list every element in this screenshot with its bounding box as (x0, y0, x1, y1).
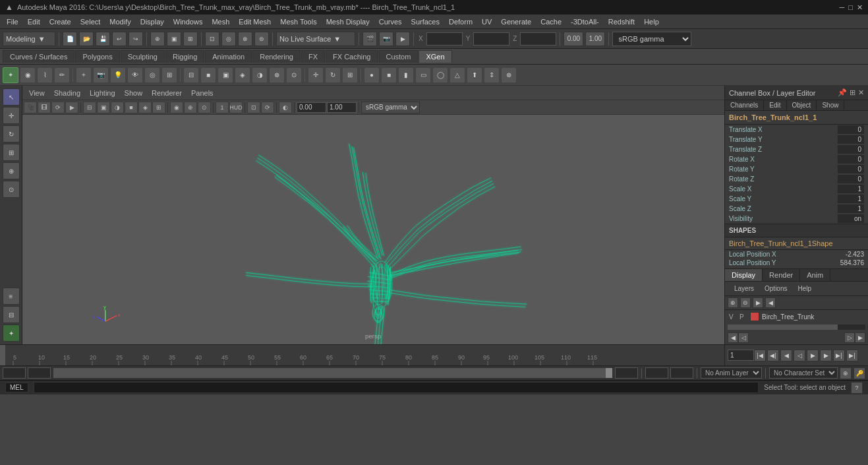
tab-polygons[interactable]: Polygons (75, 50, 119, 63)
select-mode-button[interactable]: ↖ (3, 88, 20, 106)
vt-colorspace-select[interactable]: sRGB gamma (361, 102, 420, 113)
vt-film-btn[interactable]: 🎞 (38, 102, 51, 113)
vt-shading2-btn[interactable]: ◑ (111, 102, 124, 113)
layer-playback[interactable]: P (739, 313, 747, 321)
open-button[interactable]: 📂 (79, 32, 94, 46)
pb-play-fwd[interactable]: ▶ (807, 350, 819, 361)
menu-edit-mesh[interactable]: Edit Mesh (235, 16, 275, 27)
anim-layer-select[interactable]: No Anim Layer (701, 367, 762, 379)
command-input[interactable] (34, 382, 759, 393)
cb-expand-icon[interactable]: ⊞ (850, 88, 855, 97)
vt-input-2[interactable] (327, 102, 357, 113)
menu-surfaces[interactable]: Surfaces (407, 16, 444, 27)
poly-cube-icon[interactable]: ■ (381, 67, 397, 83)
render-button[interactable]: 🎬 (362, 32, 377, 46)
vt-render-btn[interactable]: ⟳ (261, 102, 274, 113)
grid-icon[interactable]: ⊟ (183, 67, 199, 83)
vt-shading1-btn[interactable]: ▣ (97, 102, 110, 113)
pb-key-btn[interactable]: 🔑 (854, 367, 865, 379)
disp-tab-display[interactable]: Display (725, 269, 763, 281)
vp-menu-shading[interactable]: Shading (50, 88, 84, 98)
texture-icon[interactable]: ▣ (217, 67, 233, 83)
menu-curves[interactable]: Curves (375, 16, 406, 27)
vp-menu-lighting[interactable]: Lighting (86, 88, 119, 98)
camera-icon[interactable]: 📷 (93, 67, 109, 83)
rotate-tool-icon[interactable]: ↻ (325, 67, 341, 83)
timeline-ruler[interactable]: 5 10 15 20 25 30 35 40 45 50 55 60 65 70… (0, 345, 724, 365)
menu-edit[interactable]: Edit (24, 16, 44, 27)
vp-menu-view[interactable]: View (25, 88, 49, 98)
layer-remove-btn[interactable]: ⊖ (740, 297, 751, 308)
scale-input-field[interactable]: 1.00 (585, 32, 605, 46)
menu-generate[interactable]: Generate (497, 16, 535, 27)
menu-mesh-tools[interactable]: Mesh Tools (276, 16, 320, 27)
snapshot-button[interactable]: 📷 (379, 32, 393, 46)
tab-rigging[interactable]: Rigging (165, 50, 204, 63)
mode-dropdown[interactable]: Modeling ▼ (3, 32, 55, 46)
viewport-options-sidebar[interactable]: ⊟ (3, 306, 20, 323)
ch-tab-channels[interactable]: Channels (725, 100, 764, 110)
menu-cache[interactable]: Cache (536, 16, 565, 27)
move-tool-sidebar[interactable]: ✛ (3, 107, 20, 124)
xgen-tool-sidebar[interactable]: ✦ (3, 325, 20, 342)
vt-grid-btn[interactable]: ⊟ (83, 102, 96, 113)
select-tool-icon[interactable]: ✦ (3, 67, 18, 83)
lighting-icon[interactable]: ◈ (235, 67, 250, 83)
universal-tool-sidebar[interactable]: ⊕ (3, 162, 20, 179)
select-tool-button[interactable]: ⊕ (150, 32, 165, 46)
range-slider[interactable] (53, 367, 613, 379)
vt-playblast-btn[interactable]: ▶ (65, 102, 78, 113)
tab-rendering[interactable]: Rendering (252, 50, 301, 63)
tab-animation[interactable]: Animation (205, 50, 252, 63)
snap-curve-button[interactable]: ◎ (221, 32, 236, 46)
transform-z-input[interactable] (520, 32, 556, 46)
vt-sync-btn[interactable]: ⟳ (51, 102, 65, 113)
offset-input-field[interactable]: 0.00 (564, 32, 583, 46)
poly-sphere-icon[interactable]: ● (364, 67, 380, 83)
scroll-prev-btn[interactable]: ◁ (738, 332, 749, 343)
ch-tab-edit[interactable]: Edit (764, 100, 786, 110)
menu-redshift[interactable]: Redshift (604, 16, 639, 27)
pb-prev-frame[interactable]: ◀ (780, 350, 792, 361)
menu-file[interactable]: File (3, 16, 22, 27)
save-button[interactable]: 💾 (96, 32, 110, 46)
menu-uv[interactable]: UV (478, 16, 496, 27)
tab-fx-caching[interactable]: FX Caching (326, 50, 378, 63)
menu-select[interactable]: Select (76, 16, 105, 27)
max-frame-input[interactable]: 200 (670, 367, 693, 379)
menu-mesh[interactable]: Mesh (208, 16, 233, 27)
poly-torus-icon[interactable]: ◯ (432, 67, 448, 83)
lasso-tool-button[interactable]: ▣ (167, 32, 181, 46)
vp-menu-renderer[interactable]: Renderer (148, 88, 186, 98)
pb-next-frame[interactable]: ▶ (820, 350, 832, 361)
snap-grid-button[interactable]: ⊡ (205, 32, 219, 46)
paint-select-icon[interactable]: ✏ (54, 67, 70, 83)
help-line-btn[interactable]: ? (851, 382, 863, 394)
vt-shading3-btn[interactable]: ■ (125, 102, 138, 113)
poly-extrude-icon[interactable]: ⬆ (467, 67, 482, 83)
cb-pin-icon[interactable]: 📌 (838, 88, 847, 97)
layer-options-btn[interactable]: ▶ (753, 297, 763, 308)
light-icon[interactable]: 💡 (110, 67, 126, 83)
menu-3dtoall[interactable]: -3DtoAll- (567, 16, 603, 27)
vt-isolate-btn[interactable]: ◉ (170, 102, 183, 113)
menu-modify[interactable]: Modify (105, 16, 134, 27)
ch-tab-show[interactable]: Show (817, 100, 844, 110)
timeline-current-frame[interactable] (728, 350, 754, 361)
layer-visibility[interactable]: V (729, 313, 737, 321)
poly-plane-icon[interactable]: ▭ (415, 67, 431, 83)
vt-display1-btn[interactable]: ⊕ (184, 102, 197, 113)
minimize-button[interactable]: ─ (840, 3, 845, 12)
move-tool-icon[interactable]: ✛ (308, 67, 324, 83)
disp-tab-render[interactable]: Render (763, 269, 800, 281)
disp-tab-anim[interactable]: Anim (800, 269, 830, 281)
tab-custom[interactable]: Custom (379, 50, 419, 63)
vt-shading4-btn[interactable]: ◈ (138, 102, 152, 113)
wireframe-icon[interactable]: ⊞ (161, 67, 177, 83)
eye2-icon[interactable]: ◎ (144, 67, 160, 83)
shading-icon[interactable]: ■ (200, 67, 216, 83)
transform-x-input[interactable] (426, 32, 463, 46)
snap-surface-button[interactable]: ⊜ (254, 32, 269, 46)
menu-display[interactable]: Display (136, 16, 168, 27)
vt-resolution-btn[interactable]: 1 (216, 102, 229, 113)
